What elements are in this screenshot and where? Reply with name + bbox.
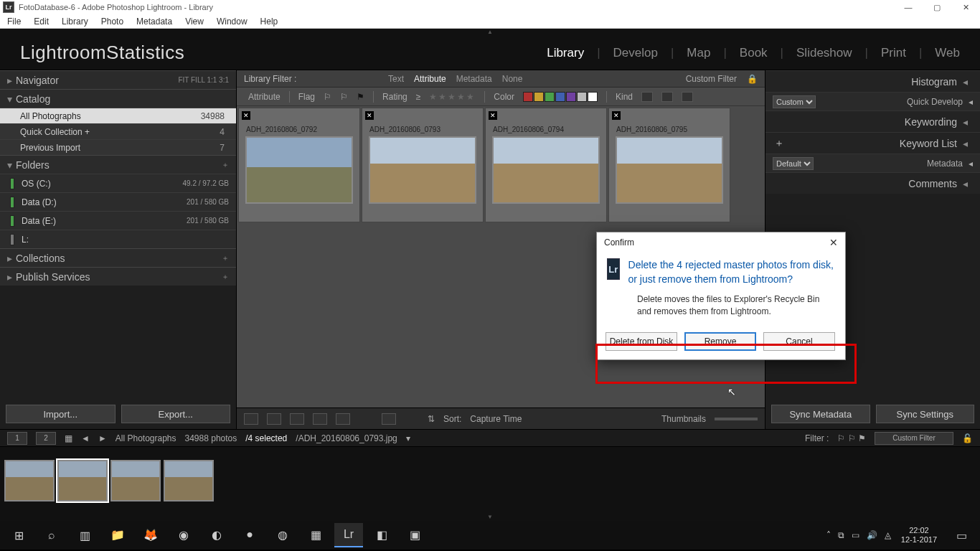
survey-view-icon[interactable] (313, 413, 327, 425)
module-book[interactable]: Book (740, 46, 768, 60)
filter-tab-none[interactable]: None (502, 74, 523, 84)
filter-tab-metadata[interactable]: Metadata (456, 74, 492, 84)
cancel-button[interactable]: Cancel (763, 332, 835, 351)
thumbnail-size-slider[interactable] (715, 418, 758, 420)
module-print[interactable]: Print (881, 46, 906, 60)
reject-flag-icon[interactable]: ✕ (365, 111, 374, 120)
taskbar-app-lightroom[interactable]: Lr (334, 523, 363, 547)
import-button[interactable]: Import... (6, 405, 116, 423)
secondary-display-1[interactable]: 1 (7, 432, 27, 445)
painter-icon[interactable] (382, 413, 396, 425)
remove-button[interactable]: Remove (684, 332, 756, 351)
publish-header[interactable]: ▸ Publish Services ＋ (0, 267, 236, 286)
folder-volume-c[interactable]: OS (C:) 49.2 / 97.2 GB (0, 174, 236, 192)
window-minimize-button[interactable]: — (894, 0, 923, 14)
grid-cell[interactable]: ✕ ADH_20160806_0795 (608, 108, 730, 222)
metadata-label[interactable]: Metadata (927, 159, 963, 169)
taskbar-app-explorer[interactable]: 📁 (103, 523, 132, 547)
path-label[interactable]: All Photographs (116, 433, 176, 443)
filter-tab-text[interactable]: Text (388, 74, 404, 84)
tray-dropbox-icon[interactable]: ⧉ (838, 530, 844, 540)
breadcrumb-dropdown-icon[interactable]: ▾ (406, 433, 410, 443)
catalog-header[interactable]: ▾ Catalog (0, 89, 236, 108)
keywordlist-add-icon[interactable]: ＋ (774, 137, 784, 150)
menu-window[interactable]: Window (217, 17, 248, 27)
catalog-row-previous-import[interactable]: Previous Import 7 (0, 139, 236, 155)
tray-volume-icon[interactable]: 🔊 (867, 530, 877, 540)
task-view-icon[interactable]: ▥ (70, 523, 99, 547)
taskbar-app-eclipse[interactable]: ◐ (202, 523, 231, 547)
filter-flag-icons[interactable]: ⚐ ⚐ ⚑ (837, 433, 866, 443)
module-slideshow[interactable]: Slideshow (796, 46, 852, 60)
filmstrip-thumb[interactable] (164, 460, 214, 501)
menu-photo[interactable]: Photo (101, 17, 123, 27)
collections-add-icon[interactable]: ＋ (222, 253, 229, 263)
module-library[interactable]: Library (547, 46, 584, 60)
start-button[interactable]: ⊞ (4, 523, 33, 547)
people-view-icon[interactable] (336, 413, 350, 425)
reject-flag-icon[interactable]: ✕ (612, 111, 621, 120)
search-icon[interactable]: ⌕ (37, 523, 66, 547)
tray-chevron-icon[interactable]: ˄ (826, 530, 831, 540)
filter-tab-attribute[interactable]: Attribute (414, 74, 446, 84)
rating-op-icon[interactable]: ≥ (416, 92, 421, 102)
folder-volume-l[interactable]: L: (0, 230, 236, 248)
filmstrip-filter-dropdown[interactable]: Custom Filter (875, 432, 953, 445)
filter-lock-icon[interactable]: 🔓 (962, 433, 973, 443)
taskbar-app[interactable]: ◧ (367, 523, 396, 547)
keywording-header[interactable]: Keywording ◂ (765, 110, 980, 132)
catalog-row-all-photographs[interactable]: All Photographs 34988 (0, 108, 236, 123)
color-blue[interactable] (555, 92, 565, 102)
system-tray[interactable]: ˄ ⧉ ▭ 🔊 ◬ (826, 530, 891, 540)
navigator-modes[interactable]: FIT FILL 1:1 3:1 (178, 76, 229, 84)
menu-help[interactable]: Help (260, 17, 278, 27)
catalog-row-quick-collection[interactable]: Quick Collection + 4 (0, 123, 236, 139)
flag-rejected-icon[interactable]: ⚑ (357, 92, 364, 102)
action-center-icon[interactable]: ▭ (947, 523, 976, 547)
window-maximize-button[interactable]: ▢ (923, 0, 951, 14)
reject-flag-icon[interactable]: ✕ (489, 111, 497, 120)
grid-icon[interactable]: ▦ (65, 433, 72, 443)
color-none[interactable] (588, 92, 598, 102)
kind-virtual-icon[interactable] (661, 92, 673, 102)
color-green[interactable] (545, 92, 555, 102)
publish-add-icon[interactable]: ＋ (222, 272, 229, 282)
color-red[interactable] (523, 92, 533, 102)
kind-video-icon[interactable] (682, 92, 693, 102)
top-panel-handle[interactable]: ▲ (0, 29, 980, 36)
loupe-view-icon[interactable] (267, 413, 281, 425)
quickdev-label[interactable]: Quick Develop (907, 97, 963, 107)
filter-preset-dropdown[interactable]: Custom Filter (686, 74, 737, 84)
metadata-preset-dropdown[interactable]: Default (773, 157, 814, 170)
reject-flag-icon[interactable]: ✕ (242, 111, 250, 120)
sort-dropdown[interactable]: Capture Time (470, 414, 522, 424)
filmstrip[interactable] (0, 446, 980, 514)
filmstrip-thumb[interactable] (4, 460, 55, 501)
grid-cell[interactable]: ✕ ADH_20160806_0792 (238, 108, 360, 222)
sort-order-icon[interactable]: ⇅ (428, 414, 435, 424)
collections-header[interactable]: ▸ Collections ＋ (0, 248, 236, 267)
color-yellow[interactable] (534, 92, 544, 102)
module-develop[interactable]: Develop (613, 46, 658, 60)
kind-master-icon[interactable] (641, 92, 653, 102)
bottom-panel-handle[interactable]: ▼ (0, 514, 980, 521)
window-close-button[interactable]: ✕ (951, 0, 980, 14)
folder-volume-d[interactable]: Data (D:) 201 / 580 GB (0, 192, 236, 211)
grid-cell[interactable]: ✕ ADH_20160806_0794 (485, 108, 607, 222)
grid-cell[interactable]: ✕ ADH_20160806_0793 (362, 108, 484, 222)
menu-file[interactable]: File (7, 17, 21, 27)
tray-wifi-icon[interactable]: ◬ (885, 530, 891, 540)
compare-view-icon[interactable] (290, 413, 304, 425)
grid-view-icon[interactable] (244, 413, 258, 425)
taskbar-app[interactable]: ▣ (400, 523, 429, 547)
folder-volume-e[interactable]: Data (E:) 201 / 580 GB (0, 211, 236, 230)
module-map[interactable]: Map (687, 46, 710, 60)
module-web[interactable]: Web (935, 46, 960, 60)
flag-unflagged-icon[interactable]: ⚐ (340, 92, 348, 102)
navigator-header[interactable]: ▸ Navigator FIT FILL 1:1 3:1 (0, 70, 236, 89)
taskbar-app[interactable]: ● (235, 523, 264, 547)
export-button[interactable]: Export... (121, 405, 231, 423)
taskbar-app[interactable]: ◉ (169, 523, 198, 547)
delete-from-disk-button[interactable]: Delete from Disk (606, 332, 677, 351)
taskbar-app[interactable]: ◍ (268, 523, 297, 547)
